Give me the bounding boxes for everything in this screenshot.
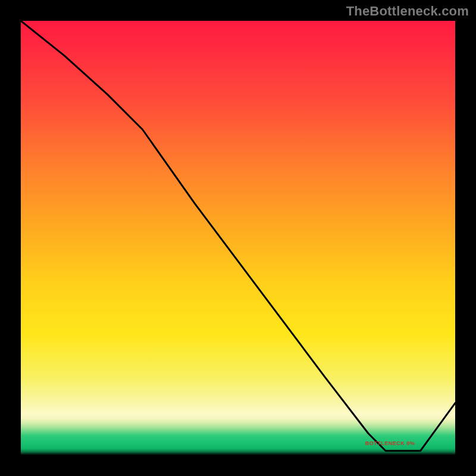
watermark-text: TheBottleneck.com	[346, 4, 469, 19]
chart-frame: TheBottleneck.com BOTTLENECK 0%	[0, 0, 476, 476]
curve-path	[21, 21, 455, 451]
bottleneck-curve	[21, 21, 455, 455]
bottleneck-zero-label: BOTTLENECK 0%	[365, 440, 415, 446]
plot-area: BOTTLENECK 0%	[21, 21, 455, 455]
